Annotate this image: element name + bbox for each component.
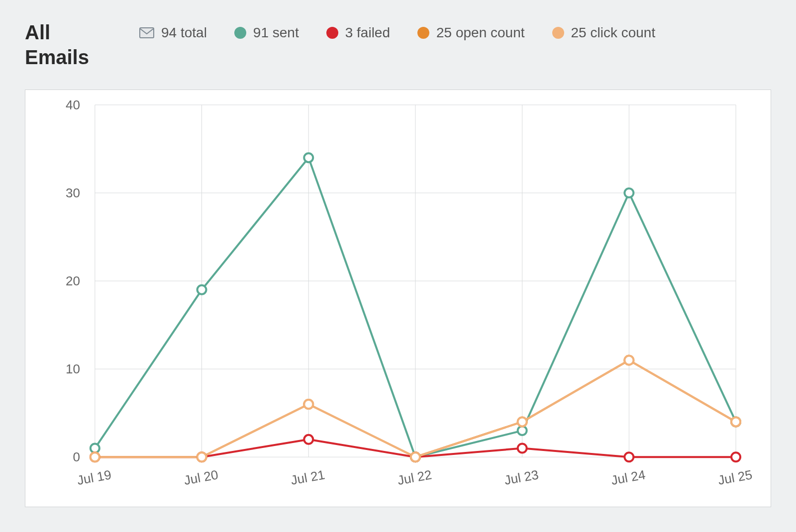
legend-failed: 3 failed [326,25,390,41]
svg-text:40: 40 [66,98,80,112]
legend-open-label: 25 open count [436,25,525,41]
dot-icon [417,27,429,39]
svg-point-27 [304,153,313,162]
svg-point-51 [624,355,633,364]
svg-text:Jul 24: Jul 24 [610,467,646,487]
svg-point-25 [91,444,100,453]
legend-total: 94 total [139,25,207,41]
svg-point-26 [198,285,206,294]
line-chart: 010203040Jul 19Jul 20Jul 21Jul 22Jul 23J… [25,90,771,507]
svg-rect-0 [140,28,154,38]
svg-point-49 [411,452,420,461]
svg-text:Jul 23: Jul 23 [503,467,540,487]
svg-point-38 [731,452,740,461]
svg-text:30: 30 [66,186,80,200]
legend-open: 25 open count [417,25,525,41]
dot-icon [552,27,564,39]
svg-text:Jul 21: Jul 21 [290,467,326,487]
svg-text:Jul 19: Jul 19 [76,467,112,487]
legend-click-label: 25 click count [571,25,656,41]
email-stats-panel: All Emails 94 total 91 sent 3 failed [0,0,796,532]
dot-icon [234,27,246,39]
chart-container: 010203040Jul 19Jul 20Jul 21Jul 22Jul 23J… [25,89,771,507]
svg-point-47 [198,452,206,461]
svg-point-48 [304,400,313,409]
title-line-2: Emails [25,46,89,68]
svg-point-36 [518,444,527,453]
svg-point-46 [91,452,100,461]
svg-text:0: 0 [73,450,80,464]
svg-point-50 [518,417,527,426]
svg-text:Jul 20: Jul 20 [183,467,219,487]
dot-icon [326,27,338,39]
chart-legend: 94 total 91 sent 3 failed 25 open count … [139,20,655,41]
header-row: All Emails 94 total 91 sent 3 failed [25,20,771,70]
legend-click: 25 click count [552,25,656,41]
svg-text:20: 20 [66,274,80,288]
svg-text:Jul 22: Jul 22 [397,467,433,487]
svg-point-34 [304,435,313,444]
legend-sent-label: 91 sent [253,25,299,41]
envelope-icon [139,27,154,38]
panel-title: All Emails [25,20,109,70]
svg-point-29 [518,426,527,435]
svg-text:10: 10 [66,362,80,376]
legend-total-label: 94 total [161,25,207,41]
svg-point-30 [624,188,633,197]
svg-point-37 [624,452,633,461]
legend-failed-label: 3 failed [345,25,390,41]
svg-text:Jul 25: Jul 25 [717,467,753,487]
legend-sent: 91 sent [234,25,299,41]
title-line-1: All [25,21,50,43]
svg-point-52 [731,417,740,426]
